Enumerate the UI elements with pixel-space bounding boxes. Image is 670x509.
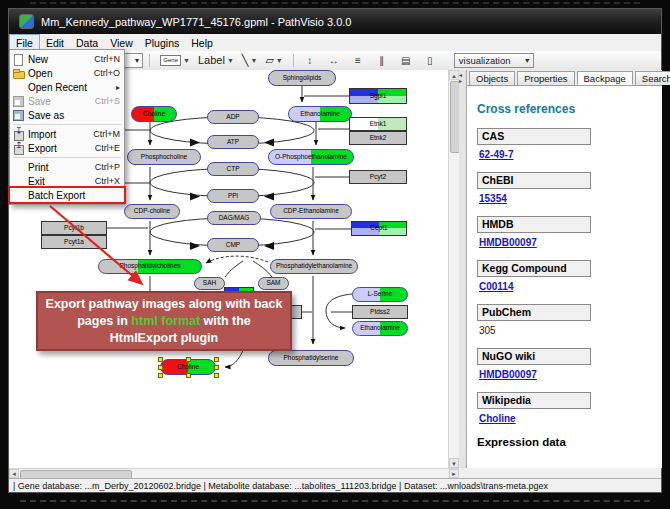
node-ptdss2[interactable]: Ptdss2 [352, 305, 408, 319]
node-sphingolipids[interactable]: Sphingolipids [268, 70, 336, 86]
node-phosphocholine[interactable]: Phosphocholine [127, 149, 201, 165]
node-cdp-choline[interactable]: CDP-choline [124, 204, 180, 219]
pathvisio-app-icon [19, 14, 34, 29]
align-center-x-icon[interactable]: ↕ [300, 52, 320, 69]
scroll-right-icon[interactable]: ► [449, 469, 459, 478]
node-pcyt2[interactable]: Pcyt2 [349, 170, 407, 184]
file-menu-item-open[interactable]: OpenCtrl+O [10, 66, 124, 80]
menu-icon-blank [12, 162, 25, 173]
selection-handle[interactable] [214, 357, 219, 362]
file-menu-item-open-recent[interactable]: Open Recent▸ [10, 80, 124, 94]
menu-separator [13, 157, 121, 158]
menu-item-shortcut: Ctrl+X [95, 176, 120, 186]
node-label: ATP [227, 139, 239, 146]
file-menu-item-print[interactable]: PrintCtrl+P [10, 160, 124, 174]
node-choline[interactable]: Choline [160, 359, 216, 375]
stack-horizontal-icon[interactable]: ∥ [372, 52, 392, 69]
shape-button[interactable]: ▱▼ [261, 52, 286, 69]
xref-link[interactable]: C00114 [479, 281, 662, 292]
node-pcyt1a[interactable]: Pcyt1a [41, 235, 107, 249]
xref-link[interactable]: Choline [479, 413, 662, 424]
node-etnk1[interactable]: Etnk1 [349, 117, 407, 131]
xref-section: Kegg CompoundC00114 [477, 260, 662, 292]
node-phosphatidylserine[interactable]: Phosphatidylserine [268, 350, 354, 366]
file-menu-item-new[interactable]: NewCtrl+N [10, 52, 124, 66]
node-label: Sgpl1 [370, 93, 387, 100]
node-cmp[interactable]: CMP [207, 238, 259, 252]
menu-item-help[interactable]: Help [185, 34, 219, 51]
xref-title: Wikipedia [477, 392, 591, 409]
node-phosphatidylcholines[interactable]: Phosphatidylcholines [98, 259, 202, 274]
open-folder-icon [12, 68, 25, 79]
node-label: Ethanolamine [360, 325, 400, 332]
node-sah[interactable]: SAH [194, 277, 225, 290]
node-label: CTP [227, 166, 240, 173]
node-cdp-ethanolamine[interactable]: CDP-Ethanolamine [270, 204, 352, 219]
menu-item-shortcut: Ctrl+M [93, 129, 120, 139]
scroll-down-icon[interactable]: ▼ [449, 458, 459, 468]
node-atp[interactable]: ATP [207, 135, 259, 149]
node-label: Phosphatidylethanolamine [276, 263, 352, 270]
visualization-combobox[interactable]: visualization ▼ [454, 53, 534, 68]
label-button[interactable]: Label▼ [194, 52, 238, 69]
file-menu-item-exit[interactable]: ExitCtrl+X [10, 174, 124, 188]
xref-link[interactable]: 62-49-7 [479, 149, 662, 160]
callout-line2: pages in html format with the [77, 313, 251, 330]
selection-handle[interactable] [158, 373, 163, 378]
file-menu-item-import[interactable]: ImportCtrl+M [10, 127, 124, 141]
node-choline[interactable]: Choline [131, 106, 177, 122]
tab-objects[interactable]: Objects [469, 71, 515, 85]
xref-link[interactable]: HMDB00097 [479, 369, 662, 380]
node-label: Phosphocholine [141, 154, 187, 161]
new-document-icon [12, 54, 25, 65]
selection-handle[interactable] [214, 365, 219, 370]
node-adp[interactable]: ADP [207, 110, 259, 124]
line-button[interactable]: ╲▼ [238, 52, 262, 69]
splitter-collapse-icon[interactable]: ◂▸ [459, 72, 462, 84]
node-dag-mag[interactable]: DAG/MAG [207, 211, 261, 225]
node-pcyt1b[interactable]: Pcyt1b [41, 221, 107, 235]
node-o-phosphoethanolamine[interactable]: O-Phosphoethanolamine [268, 149, 354, 165]
scroll-up-icon[interactable]: ▲ [449, 70, 459, 80]
node-l-serine[interactable]: L-Serine [352, 287, 408, 302]
node-phosphatidylethanolamine[interactable]: Phosphatidylethanolamine [270, 259, 358, 274]
datanode-button[interactable]: Gene▼ [156, 52, 194, 69]
node-sgpl1[interactable]: Sgpl1 [349, 88, 407, 104]
sidebar-splitter[interactable]: ◂▸ [459, 70, 466, 468]
tab-search[interactable]: Search [635, 71, 670, 85]
node-etnk2[interactable]: Etnk2 [349, 131, 407, 145]
file-menu-item-save-as[interactable]: Save as [10, 108, 124, 122]
xref-title: ChEBI [477, 172, 591, 189]
node-label: PPi [228, 193, 238, 200]
sidebar-tabs: ObjectsPropertiesBackpageSearchLegend [467, 70, 662, 86]
file-menu-item-save[interactable]: SaveCtrl+S [10, 94, 124, 108]
node-ethanolamine[interactable]: Ethanolamine [352, 321, 408, 336]
stack-vertical-icon[interactable]: ≡ [348, 52, 368, 69]
file-menu-item-export[interactable]: ExportCtrl+E [10, 141, 124, 155]
common-width-icon[interactable]: ▤ [396, 52, 416, 69]
tab-properties[interactable]: Properties [517, 71, 574, 85]
selection-handle[interactable] [186, 357, 191, 362]
file-menu-item-batch-export[interactable]: Batch Export [10, 188, 124, 202]
import-icon [12, 129, 25, 140]
node-ppi[interactable]: PPi [207, 189, 259, 203]
xref-section: CAS62-49-7 [477, 128, 662, 160]
node-ctp[interactable]: CTP [207, 162, 259, 176]
toolbar-separator [149, 54, 150, 67]
common-height-icon[interactable]: ▯ [420, 52, 440, 69]
node-ethanolamine[interactable]: Ethanolamine [288, 106, 352, 122]
align-center-y-icon[interactable]: ↔ [324, 52, 344, 69]
selection-handle[interactable] [186, 373, 191, 378]
selection-handle[interactable] [158, 365, 163, 370]
node-sam[interactable]: SAM [258, 277, 289, 290]
menu-item-plugins[interactable]: Plugins [139, 34, 185, 51]
xref-link[interactable]: 15354 [479, 193, 662, 204]
expression-data-heading: Expression data [477, 436, 662, 448]
menu-item-shortcut: Ctrl+E [95, 143, 120, 153]
scroll-left-icon[interactable]: ◄ [9, 469, 19, 478]
selection-handle[interactable] [214, 373, 219, 378]
selection-handle[interactable] [158, 357, 163, 362]
xref-link[interactable]: HMDB00097 [479, 237, 662, 248]
node-cept1[interactable]: Cept1 [351, 221, 407, 236]
tab-backpage[interactable]: Backpage [577, 71, 633, 85]
